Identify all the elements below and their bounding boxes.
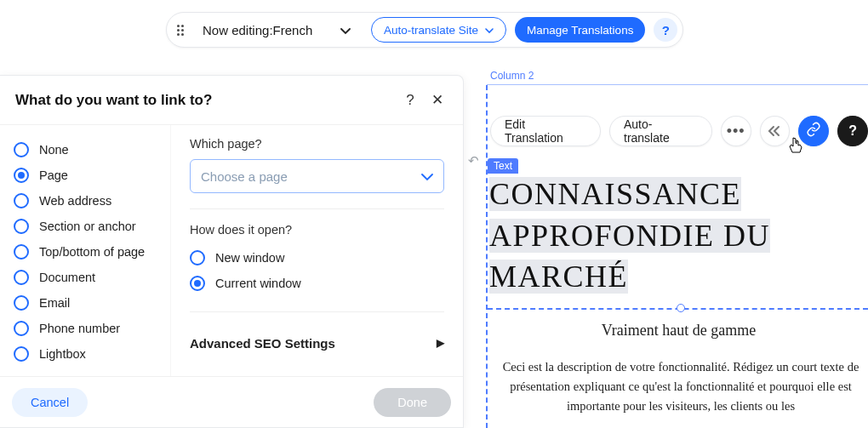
link-type-label: Section or anchor [39,220,136,233]
edit-translation-label: Edit Translation [505,117,586,145]
heading-line-2: APPROFONDIE DU [489,219,770,253]
manage-translations-button[interactable]: Manage Translations [515,17,645,43]
link-type-lightbox[interactable]: Lightbox [14,341,163,367]
page-select-placeholder: Choose a page [201,169,288,184]
link-type-label: Top/bottom of page [39,245,145,259]
divider [190,311,444,312]
element-floating-toolbar: Edit Translation Auto-translate ••• ? [490,116,868,146]
open-option-label: Current window [215,277,301,290]
auto-translate-site-label: Auto-translate Site [384,24,478,37]
link-icon [806,122,821,140]
link-details: Which page? Choose a page How does it op… [170,125,463,376]
link-type-email[interactable]: Email [14,290,163,316]
link-type-phone[interactable]: Phone number [14,316,163,341]
page-select[interactable]: Choose a page [190,159,444,193]
current-language: French [273,23,313,37]
language-selector[interactable]: Now editing: French [203,23,363,37]
open-method-label: How does it open? [190,223,444,237]
panel-help-button[interactable]: ? [400,92,420,109]
editing-prefix: Now editing: [203,23,273,37]
editor-top-toolbar: Now editing: French Auto-translate Site … [166,12,683,48]
advanced-seo-toggle[interactable]: Advanced SEO Settings ▶ [190,326,444,360]
stretch-button[interactable] [760,116,791,146]
element-help-button[interactable]: ? [837,116,868,146]
chevron-down-icon [485,24,494,37]
panel-title: What do you want to link to? [15,92,400,109]
done-button[interactable]: Done [374,388,451,417]
link-type-section-anchor[interactable]: Section or anchor [14,214,163,239]
link-type-label: Document [39,271,95,284]
open-current-window[interactable]: Current window [190,271,444,296]
link-settings-panel: What do you want to link to? ? ✕ None Pa… [0,75,464,428]
link-type-label: Lightbox [39,347,86,361]
link-type-document[interactable]: Document [14,265,163,290]
link-type-label: None [39,143,69,157]
divider [190,208,444,209]
dots-icon: ••• [727,123,745,140]
link-button[interactable] [798,116,829,146]
open-option-label: New window [215,251,284,265]
undo-icon[interactable]: ↶ [468,153,487,172]
help-icon: ? [662,23,670,37]
column-label: Column 2 [490,70,865,85]
heading-text[interactable]: CONNAISSANCE APPROFONDIE DU MARCHÉ [489,174,864,298]
canvas-border-top [487,84,868,85]
auto-translate-site-button[interactable]: Auto-translate Site [371,17,506,43]
panel-close-button[interactable]: ✕ [427,91,448,109]
link-type-label: Page [39,168,68,182]
more-options-button[interactable]: ••• [721,116,751,146]
which-page-label: Which page? [190,137,444,151]
triangle-right-icon: ▶ [437,337,444,349]
link-type-web-address[interactable]: Web address [14,188,163,214]
link-type-list: None Page Web address Section or anchor … [0,125,170,376]
heading-line-3: MARCHÉ [489,260,628,294]
panel-header: What do you want to link to? ? ✕ [0,76,463,125]
drag-handle-icon[interactable] [177,23,187,37]
cancel-button[interactable]: Cancel [12,388,88,417]
auto-translate-button[interactable]: Auto-translate [609,116,712,146]
link-type-page[interactable]: Page [14,163,163,188]
link-type-top-bottom[interactable]: Top/bottom of page [14,239,163,265]
auto-translate-label: Auto-translate [624,117,698,145]
selection-border-vertical [486,85,488,428]
chevron-down-icon [340,23,351,37]
body-text[interactable]: Ceci est la description de votre fonctio… [498,357,864,417]
help-button[interactable]: ? [654,18,677,42]
link-type-label: Web address [39,194,111,208]
double-chevron-left-icon [767,125,782,137]
chevron-down-icon [421,169,433,184]
manage-translations-label: Manage Translations [527,24,633,37]
subheading-text[interactable]: Vraiment haut de gamme [489,322,868,340]
panel-footer: Cancel Done [0,376,463,427]
link-type-label: Email [39,296,70,310]
selection-handle[interactable] [677,304,685,312]
advanced-seo-label: Advanced SEO Settings [190,336,335,351]
text-element-badge: Text [488,158,518,174]
question-icon: ? [848,123,857,139]
panel-body: None Page Web address Section or anchor … [0,125,463,376]
link-type-label: Phone number [39,322,120,335]
open-new-window[interactable]: New window [190,245,444,271]
edit-translation-button[interactable]: Edit Translation [490,116,601,146]
heading-line-1: CONNAISSANCE [489,177,741,211]
link-type-none[interactable]: None [14,137,163,163]
